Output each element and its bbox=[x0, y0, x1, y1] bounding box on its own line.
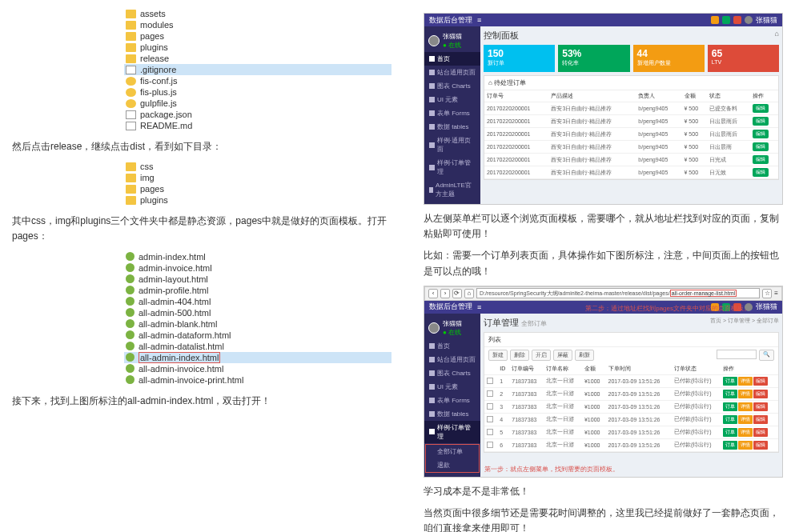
search-button[interactable]: 🔍 bbox=[759, 350, 774, 361]
action-button[interactable]: 详情 bbox=[738, 428, 753, 437]
sidebar-item[interactable]: AdminLTE官方主题 bbox=[424, 178, 480, 201]
tree-item[interactable]: modules bbox=[124, 19, 391, 30]
toolbar-button[interactable]: 刷新 bbox=[575, 350, 594, 361]
sidebar-item[interactable]: 首页 bbox=[424, 52, 480, 66]
column-header[interactable]: 订单状态 bbox=[672, 363, 721, 375]
sidebar-item[interactable]: 图表 Charts bbox=[424, 366, 480, 380]
checkbox[interactable] bbox=[487, 378, 493, 384]
back-button[interactable]: ‹ bbox=[428, 289, 438, 298]
stat-card[interactable]: 150新订单 bbox=[484, 45, 555, 72]
user-avatar-icon[interactable] bbox=[745, 16, 753, 24]
action-button[interactable]: 详情 bbox=[738, 390, 753, 398]
menu-toggle-icon[interactable]: ≡ bbox=[477, 16, 481, 24]
flag-icon[interactable] bbox=[733, 16, 741, 24]
toolbar-button[interactable]: 屏蔽 bbox=[553, 350, 572, 361]
bell-icon[interactable] bbox=[722, 16, 730, 24]
stat-card[interactable]: 44新增用户数量 bbox=[633, 45, 705, 72]
mail-icon[interactable] bbox=[711, 16, 719, 24]
checkbox[interactable] bbox=[487, 416, 493, 422]
tree-item[interactable]: fis-plus.js bbox=[124, 86, 391, 98]
tree-item[interactable]: admin-invoice.html bbox=[124, 262, 391, 274]
sidebar-item[interactable]: 数据 tables bbox=[424, 120, 480, 134]
tree-item[interactable]: plugins bbox=[124, 194, 391, 206]
action-button[interactable]: 详情 bbox=[738, 415, 753, 424]
sidebar-item[interactable]: 站台通用页面 bbox=[424, 66, 480, 79]
header-username[interactable]: 张猫猫 bbox=[756, 302, 777, 312]
sidebar-item[interactable]: 样例·订单管理 bbox=[424, 421, 480, 443]
action-button[interactable]: 编辑 bbox=[753, 415, 768, 424]
sidebar-item[interactable]: 退款 bbox=[426, 458, 479, 472]
column-header[interactable]: 下单时间 bbox=[606, 363, 672, 375]
sidebar-item[interactable]: 数据 tables bbox=[424, 407, 480, 421]
menu-icon[interactable]: ≡ bbox=[774, 290, 778, 297]
tree-item[interactable]: assets bbox=[124, 8, 391, 19]
sidebar-item[interactable]: 表单 Forms bbox=[424, 394, 480, 407]
action-button[interactable]: 订单 bbox=[723, 402, 737, 411]
tree-item[interactable]: README.md bbox=[124, 120, 391, 131]
edit-button[interactable]: 编辑 bbox=[753, 142, 769, 151]
edit-button[interactable]: 编辑 bbox=[753, 130, 769, 138]
toolbar-button[interactable]: 新建 bbox=[488, 350, 508, 361]
tree-item[interactable]: all-admin-index.html bbox=[124, 352, 391, 363]
tree-item[interactable]: css bbox=[124, 161, 391, 172]
sidebar-item[interactable]: 样例·通用页面 bbox=[424, 134, 480, 156]
toolbar-button[interactable]: 删除 bbox=[510, 350, 529, 361]
tree-item[interactable]: all-admin-404.html bbox=[124, 296, 391, 307]
sidebar-item[interactable]: 全部订单 bbox=[426, 445, 479, 458]
column-header[interactable]: 金额 bbox=[582, 363, 606, 375]
action-button[interactable]: 编辑 bbox=[753, 377, 768, 386]
tree-item[interactable]: admin-layout.html bbox=[124, 274, 391, 285]
action-button[interactable]: 订单 bbox=[723, 441, 737, 450]
action-button[interactable]: 订单 bbox=[723, 415, 737, 424]
tree-item[interactable]: gulpfile.js bbox=[124, 98, 391, 109]
action-button[interactable]: 详情 bbox=[738, 402, 753, 411]
sidebar-item[interactable]: 首页 bbox=[424, 339, 480, 353]
home-button[interactable]: ⌂ bbox=[464, 289, 474, 298]
tree-item[interactable]: release bbox=[124, 53, 391, 64]
tree-item[interactable]: all-admin-invoice.html bbox=[124, 363, 391, 374]
tree-item[interactable]: img bbox=[124, 172, 391, 183]
action-button[interactable]: 详情 bbox=[738, 377, 753, 386]
column-header[interactable] bbox=[484, 363, 497, 375]
sidebar-item[interactable]: 站台通用页面 bbox=[424, 353, 480, 366]
tree-item[interactable]: plugins bbox=[124, 42, 391, 53]
action-button[interactable]: 订单 bbox=[723, 428, 737, 437]
action-button[interactable]: 订单 bbox=[723, 390, 737, 398]
header-username[interactable]: 张猫猫 bbox=[756, 15, 777, 26]
sidebar-item[interactable]: 表单 Forms bbox=[424, 106, 480, 120]
action-button[interactable]: 编辑 bbox=[753, 390, 768, 398]
tree-item[interactable]: all-admin-dataform.html bbox=[124, 330, 391, 341]
url-input[interactable]: D:/resource/SpringSecurity大纲/adminlte2-t… bbox=[476, 288, 760, 298]
toolbar-button[interactable]: 开启 bbox=[532, 350, 551, 361]
tree-item[interactable]: .gitignore bbox=[124, 64, 391, 75]
action-button[interactable]: 详情 bbox=[738, 441, 753, 450]
action-button[interactable]: 编辑 bbox=[753, 402, 768, 411]
sidebar-item[interactable]: UI 元素 bbox=[424, 93, 480, 106]
menu-toggle-icon[interactable]: ≡ bbox=[477, 303, 481, 311]
search-input[interactable] bbox=[717, 350, 757, 359]
edit-button[interactable]: 编辑 bbox=[753, 117, 769, 126]
sidebar-item[interactable]: 样例·订单管理 bbox=[424, 156, 480, 178]
breadcrumb[interactable]: 首页 > 订单管理 > 全部订单 bbox=[710, 317, 779, 329]
tree-item[interactable]: pages bbox=[124, 30, 391, 42]
home-icon[interactable]: ⌂ bbox=[775, 30, 779, 42]
bookmark-button[interactable]: ☆ bbox=[762, 289, 772, 298]
action-button[interactable]: 编辑 bbox=[753, 441, 768, 450]
tree-item[interactable]: package.json bbox=[124, 109, 391, 120]
column-header[interactable]: 订单编号 bbox=[509, 363, 544, 375]
checkbox[interactable] bbox=[487, 429, 493, 435]
action-button[interactable]: 订单 bbox=[723, 377, 737, 386]
checkbox[interactable] bbox=[487, 390, 493, 397]
edit-button[interactable]: 编辑 bbox=[753, 155, 769, 164]
forward-button[interactable]: › bbox=[440, 289, 450, 298]
column-header[interactable]: 订单名称 bbox=[544, 363, 582, 375]
tree-item[interactable]: admin-profile.html bbox=[124, 285, 391, 296]
tree-item[interactable]: fis-conf.js bbox=[124, 75, 391, 86]
tree-item[interactable]: admin-index.html bbox=[124, 251, 391, 262]
stat-card[interactable]: 53%转化率 bbox=[558, 45, 629, 72]
refresh-button[interactable]: ⟳ bbox=[452, 289, 462, 298]
tree-item[interactable]: all-admin-datalist.html bbox=[124, 341, 391, 352]
edit-button[interactable]: 编辑 bbox=[753, 168, 769, 177]
checkbox[interactable] bbox=[487, 403, 493, 410]
sidebar-item[interactable]: UI 元素 bbox=[424, 380, 480, 394]
